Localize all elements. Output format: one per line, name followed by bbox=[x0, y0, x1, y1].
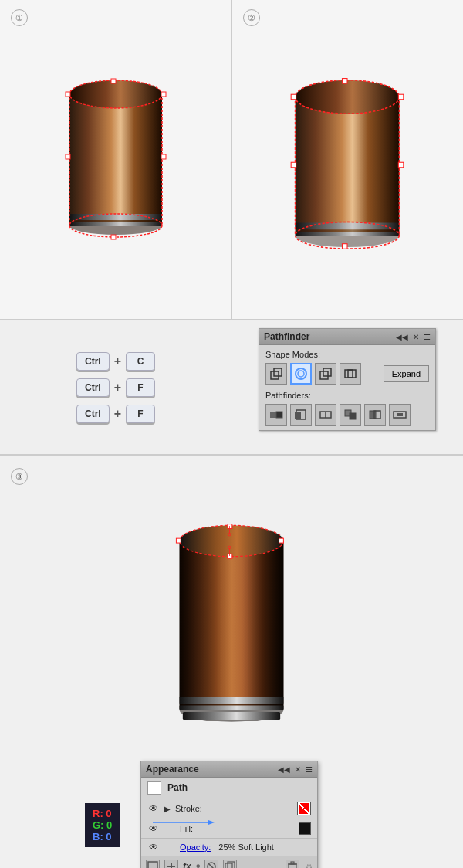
pathfinder-titlebar: Pathfinder ◀◀ ✕ ☰ bbox=[259, 329, 435, 345]
panel-1: ① bbox=[0, 0, 232, 319]
cylinder-1 bbox=[62, 71, 170, 249]
pathfinder-area: Pathfinder ◀◀ ✕ ☰ Shape Modes: bbox=[231, 320, 463, 454]
svg-rect-36 bbox=[345, 370, 353, 378]
key-f-1[interactable]: F bbox=[126, 378, 155, 397]
svg-point-33 bbox=[298, 371, 304, 377]
exclude-btn[interactable] bbox=[340, 363, 361, 385]
delete-icon[interactable] bbox=[286, 860, 299, 868]
svg-rect-28 bbox=[291, 94, 296, 100]
middle-section: Ctrl + C Ctrl + F Ctrl + F Pathfinder ◀◀… bbox=[0, 320, 463, 456]
key-ctrl-2[interactable]: Ctrl bbox=[76, 378, 110, 397]
appearance-panel: Appearance ◀◀ ✕ ☰ Path 👁 ▶ Stroke: bbox=[140, 761, 318, 868]
rgb-r-line: R: 0 bbox=[93, 808, 112, 819]
rgb-b-line: B: 0 bbox=[93, 831, 112, 843]
shortcut-row-3: Ctrl + F bbox=[76, 405, 155, 423]
svg-rect-15 bbox=[296, 97, 400, 235]
pathfinder-close[interactable]: ✕ bbox=[413, 333, 419, 341]
appearance-menu[interactable]: ☰ bbox=[306, 765, 313, 774]
svg-rect-39 bbox=[276, 412, 282, 418]
pathfinder-controls: ◀◀ ✕ ☰ bbox=[396, 333, 431, 341]
pathfinder-collapse[interactable]: ◀◀ bbox=[396, 333, 408, 341]
unite-btn[interactable] bbox=[265, 363, 287, 385]
svg-rect-72 bbox=[228, 862, 235, 868]
svg-rect-46 bbox=[370, 411, 376, 419]
stroke-visibility-icon[interactable]: 👁 bbox=[147, 803, 160, 814]
svg-rect-30 bbox=[271, 371, 279, 379]
svg-rect-10 bbox=[111, 235, 116, 239]
plus-1: + bbox=[114, 354, 121, 368]
svg-marker-77 bbox=[208, 820, 215, 825]
pf-3[interactable] bbox=[315, 404, 336, 426]
add-layer-icon[interactable] bbox=[164, 860, 178, 868]
shape-modes-row: Expand bbox=[265, 363, 429, 385]
svg-rect-34 bbox=[320, 371, 328, 379]
key-f-2[interactable]: F bbox=[126, 405, 155, 423]
cylinder-3 bbox=[162, 502, 301, 749]
stroke-expand-arrow[interactable]: ▶ bbox=[164, 805, 171, 813]
key-c[interactable]: C bbox=[126, 352, 155, 371]
opacity-row: 👁 Opacity: 25% Soft Light bbox=[141, 839, 317, 856]
opacity-value: 25% Soft Light bbox=[218, 843, 274, 852]
svg-rect-25 bbox=[343, 243, 348, 249]
rgb-g-value: G: 0 bbox=[93, 819, 112, 831]
key-ctrl-3[interactable]: Ctrl bbox=[76, 405, 110, 423]
svg-rect-0 bbox=[69, 94, 162, 225]
pathfinder-menu[interactable]: ☰ bbox=[424, 333, 431, 341]
svg-rect-31 bbox=[274, 368, 282, 376]
svg-rect-71 bbox=[225, 863, 232, 868]
svg-rect-55 bbox=[180, 706, 284, 710]
clear-appearance-icon[interactable] bbox=[204, 860, 218, 868]
stroke-label: Stroke: bbox=[175, 804, 292, 813]
svg-rect-75 bbox=[291, 862, 294, 864]
pathfinders-row bbox=[265, 404, 429, 426]
opacity-visibility-icon[interactable]: 👁 bbox=[147, 842, 160, 853]
keyboard-area: Ctrl + C Ctrl + F Ctrl + F bbox=[0, 320, 231, 454]
rgb-b-value: B: 0 bbox=[93, 831, 112, 843]
opacity-label[interactable]: Opacity: bbox=[180, 843, 211, 852]
svg-rect-49 bbox=[397, 413, 403, 416]
pf-4[interactable] bbox=[340, 404, 361, 426]
rgb-r-value: R: 0 bbox=[93, 808, 112, 819]
path-label: Path bbox=[167, 782, 188, 793]
pf-1[interactable] bbox=[265, 404, 287, 426]
svg-line-70 bbox=[209, 864, 214, 868]
appearance-collapse[interactable]: ◀◀ bbox=[278, 765, 290, 774]
stroke-row: 👁 ▶ Stroke: bbox=[141, 798, 317, 819]
fx-dot: • bbox=[196, 860, 201, 868]
plus-3: + bbox=[114, 407, 121, 421]
top-panels: ① bbox=[0, 0, 463, 320]
expand-button[interactable]: Expand bbox=[384, 365, 429, 382]
appearance-title: Appearance bbox=[146, 764, 199, 775]
step-1-number: ① bbox=[11, 9, 28, 26]
svg-rect-41 bbox=[295, 412, 301, 419]
minus-front-btn[interactable] bbox=[290, 363, 312, 385]
svg-rect-14 bbox=[161, 92, 166, 97]
svg-rect-27 bbox=[399, 162, 404, 168]
fill-swatch[interactable] bbox=[299, 822, 311, 835]
plus-2: + bbox=[114, 381, 121, 395]
footer-settings-icon[interactable]: ⚙ bbox=[306, 863, 313, 869]
rgb-arrow-indicator bbox=[153, 818, 215, 827]
pathfinders-label: Pathfinders: bbox=[265, 391, 429, 400]
path-thumbnail bbox=[147, 781, 161, 795]
intersect-btn[interactable] bbox=[315, 363, 336, 385]
svg-rect-13 bbox=[66, 92, 70, 97]
pf-2[interactable] bbox=[290, 404, 312, 426]
fx-button[interactable]: fx bbox=[183, 861, 191, 868]
appearance-controls: ◀◀ ✕ ☰ bbox=[278, 765, 313, 774]
svg-rect-68 bbox=[171, 863, 172, 868]
pf-5[interactable] bbox=[364, 404, 386, 426]
shape-modes-label: Shape Modes: bbox=[265, 350, 429, 359]
cylinder-2 bbox=[286, 63, 409, 256]
stroke-swatch[interactable] bbox=[297, 802, 311, 815]
appearance-close[interactable]: ✕ bbox=[295, 765, 301, 774]
duplicate-icon[interactable] bbox=[223, 860, 237, 868]
shortcut-row-2: Ctrl + F bbox=[76, 378, 155, 397]
pf-6[interactable] bbox=[389, 404, 411, 426]
svg-rect-37 bbox=[348, 370, 356, 378]
svg-rect-26 bbox=[291, 162, 296, 168]
bottom-section: ③ bbox=[0, 456, 463, 868]
panel-2: ② bbox=[232, 0, 464, 319]
new-layer-icon[interactable] bbox=[146, 860, 160, 868]
key-ctrl-1[interactable]: Ctrl bbox=[76, 352, 110, 371]
